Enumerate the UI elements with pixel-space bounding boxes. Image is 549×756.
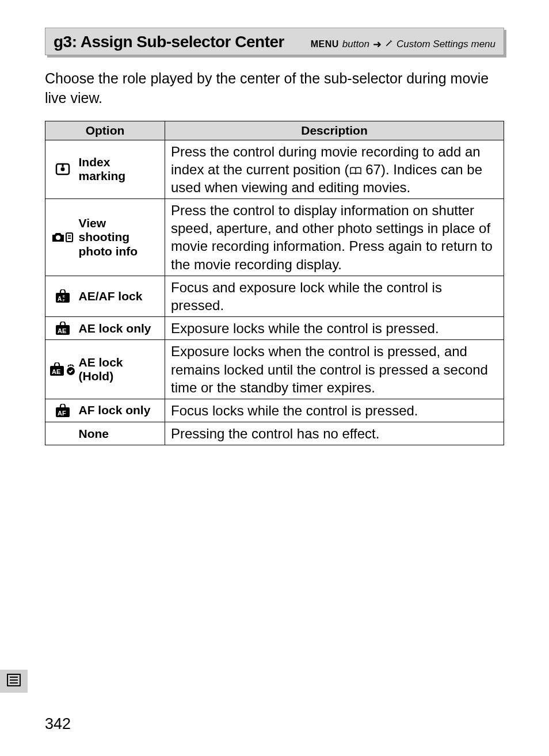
svg-rect-5 xyxy=(66,233,73,242)
menu-list-icon xyxy=(7,674,21,689)
arrow-icon: ➜ xyxy=(373,38,382,51)
option-description: Focus locks while the control is pressed… xyxy=(165,399,504,422)
ae-lock-icon: AE xyxy=(48,322,78,335)
section-title: g3: Assign Sub-selector Center xyxy=(54,33,284,51)
table-row: AF AF lock only Focus locks while the co… xyxy=(45,399,504,422)
table-row: None Pressing the control has no effect. xyxy=(45,422,504,445)
page-ref: 67 xyxy=(365,162,381,177)
option-description: Pressing the control has no effect. xyxy=(165,422,504,445)
svg-rect-6 xyxy=(68,235,71,236)
svg-point-4 xyxy=(56,235,60,240)
intro-text: Choose the role played by the center of … xyxy=(45,69,504,108)
ae-lock-hold-icon: AE xyxy=(48,362,78,376)
svg-rect-2 xyxy=(62,164,63,167)
col-header-option: Option xyxy=(45,121,165,140)
menu-name: Custom Settings menu xyxy=(396,39,495,50)
svg-rect-7 xyxy=(68,238,71,239)
option-label: None xyxy=(78,422,165,445)
option-description: Press the control during movie recording… xyxy=(165,140,504,199)
empty-icon xyxy=(45,422,78,445)
svg-text:E: E xyxy=(63,295,65,298)
table-row: AE AE lock (Hold) Exposure locks when th… xyxy=(45,340,504,399)
svg-text:AE: AE xyxy=(58,327,66,334)
table-row: AE AE lock only Exposure locks while the… xyxy=(45,317,504,340)
col-header-description: Description xyxy=(165,121,504,140)
option-label: Index marking xyxy=(78,140,165,199)
svg-point-1 xyxy=(60,167,64,171)
svg-text:AF: AF xyxy=(58,410,66,417)
index-marking-icon xyxy=(48,163,78,175)
pencil-icon xyxy=(385,39,393,50)
section-header: g3: Assign Sub-selector Center MENU butt… xyxy=(45,28,504,55)
option-description: Exposure locks when the control is press… xyxy=(165,340,504,399)
option-label: AF lock only xyxy=(78,399,165,422)
options-table: Option Description Index marking Press t… xyxy=(45,121,504,446)
page-number: 342 xyxy=(45,715,71,733)
option-label: AE lock (Hold) xyxy=(78,340,165,399)
breadcrumb: MENU button ➜ Custom Settings menu xyxy=(311,38,495,51)
table-row: Index marking Press the control during m… xyxy=(45,140,504,199)
menu-label: MENU xyxy=(311,39,339,49)
option-label: AE lock only xyxy=(78,317,165,340)
af-lock-icon: AF xyxy=(48,404,78,418)
table-row: AEF AE/AF lock Focus and exposure lock w… xyxy=(45,276,504,316)
option-description: Focus and exposure lock while the contro… xyxy=(165,276,504,316)
svg-text:A: A xyxy=(58,296,62,302)
svg-text:AE: AE xyxy=(52,368,60,375)
option-description: Press the control to display information… xyxy=(165,199,504,276)
option-description: Exposure locks while the control is pres… xyxy=(165,317,504,340)
option-label: View shooting photo info xyxy=(78,199,165,276)
ae-af-lock-icon: AEF xyxy=(48,289,78,303)
table-row: View shooting photo info Press the contr… xyxy=(45,199,504,276)
camera-info-icon xyxy=(48,231,78,243)
svg-text:F: F xyxy=(63,299,65,302)
option-label: AE/AF lock xyxy=(78,276,165,316)
button-label: button xyxy=(342,39,369,50)
section-tab xyxy=(0,670,28,693)
